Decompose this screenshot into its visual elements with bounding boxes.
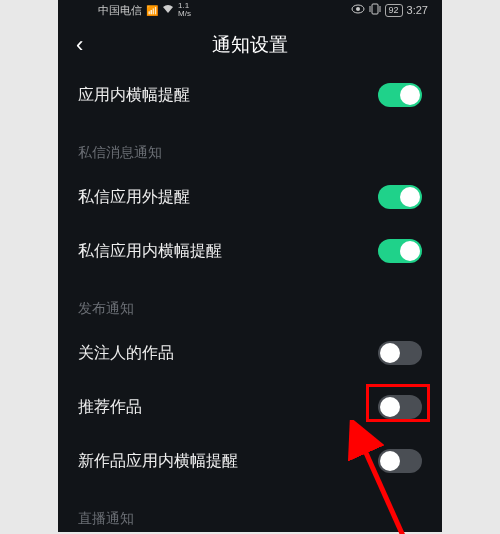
carrier-label: 中国电信 [98, 3, 142, 18]
wifi-icon [162, 4, 174, 16]
label-dm-external: 私信应用外提醒 [78, 187, 190, 208]
section-publish: 发布通知 [78, 278, 422, 326]
label-dm-banner: 私信应用内横幅提醒 [78, 241, 222, 262]
toggle-new-works-banner[interactable] [378, 449, 422, 473]
clock: 3:27 [407, 4, 428, 16]
signal-icon: 📶 [146, 5, 158, 16]
page-header: ‹ 通知设置 [58, 22, 442, 68]
eye-icon [351, 4, 365, 16]
page-title: 通知设置 [212, 32, 288, 58]
row-dm-external[interactable]: 私信应用外提醒 [78, 170, 422, 224]
status-bar: 中国电信 📶 1.1M/s 92 3:27 [58, 0, 442, 22]
row-follow-works[interactable]: 关注人的作品 [78, 326, 422, 380]
toggle-follow-works[interactable] [378, 341, 422, 365]
label-follow-works: 关注人的作品 [78, 343, 174, 364]
label-recommend-works: 推荐作品 [78, 397, 142, 418]
settings-list: 应用内横幅提醒 私信消息通知 私信应用外提醒 私信应用内横幅提醒 发布通知 关注… [58, 68, 442, 534]
toggle-recommend-works[interactable] [378, 395, 422, 419]
svg-point-1 [356, 7, 360, 11]
toggle-dm-external[interactable] [378, 185, 422, 209]
phone-screen: 中国电信 📶 1.1M/s 92 3:27 ‹ 通知设置 应用内横幅提醒 [58, 0, 442, 532]
row-new-works-banner[interactable]: 新作品应用内横幅提醒 [78, 434, 422, 488]
network-speed: 1.1M/s [178, 2, 191, 18]
label-banner-in-app: 应用内横幅提醒 [78, 85, 190, 106]
toggle-dm-banner[interactable] [378, 239, 422, 263]
section-dm: 私信消息通知 [78, 122, 422, 170]
row-dm-banner[interactable]: 私信应用内横幅提醒 [78, 224, 422, 278]
row-recommend-works[interactable]: 推荐作品 [78, 380, 422, 434]
svg-rect-2 [372, 4, 378, 14]
section-live: 直播通知 [78, 488, 422, 534]
vibrate-icon [369, 3, 381, 17]
toggle-banner-in-app[interactable] [378, 83, 422, 107]
row-banner-in-app[interactable]: 应用内横幅提醒 [78, 68, 422, 122]
label-new-works-banner: 新作品应用内横幅提醒 [78, 451, 238, 472]
back-button[interactable]: ‹ [76, 32, 83, 58]
battery-icon: 92 [385, 4, 403, 17]
